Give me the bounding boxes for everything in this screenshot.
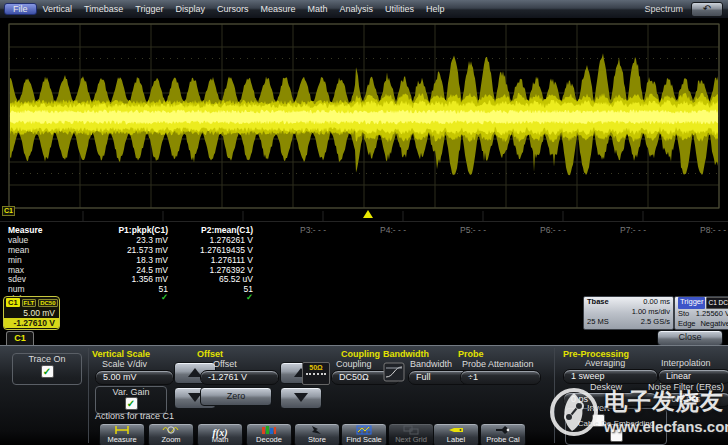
noise-filter-select[interactable]: +0.5 bits (658, 392, 728, 407)
menu-math[interactable]: Math (301, 3, 333, 15)
measure-cell: 65.52 uV (163, 274, 253, 284)
measure-cell: 1.27619435 V (163, 245, 253, 255)
p6-header[interactable]: P6:- - - (540, 225, 566, 235)
deskew-label: Deskew (590, 382, 622, 392)
scale-vdiv-label: Scale V/div (102, 359, 147, 369)
coupling-label: Coupling (336, 359, 372, 369)
measure-cell: 1.276261 V (163, 235, 253, 245)
p5-header[interactable]: P5:- - - (460, 225, 486, 235)
menu-file[interactable]: File (4, 3, 37, 15)
menu-cursors[interactable]: Cursors (211, 3, 255, 15)
trigger-level: 1.25560 V (696, 309, 728, 319)
measure-title: Measure (8, 225, 43, 235)
p1-header[interactable]: P1:pkpk(C1) (78, 225, 168, 235)
tbase-rate: 2.5 GS/s (641, 317, 670, 327)
offset-label: Offset (213, 359, 237, 369)
deskew-field[interactable]: 0 ps (563, 392, 658, 407)
menu-help[interactable]: Help (420, 3, 451, 15)
channel-ground-indicator[interactable]: C1 (2, 206, 15, 216)
find-scale-button[interactable]: Find Scale (341, 423, 387, 445)
menu-measure[interactable]: Measure (254, 3, 301, 15)
trigger-slope: Negative (700, 319, 728, 329)
probe-cal-button[interactable]: Probe Cal (480, 423, 526, 445)
status-check-p2: ✓ (163, 292, 253, 302)
tbase-delay: 0.00 ms (643, 297, 670, 307)
zoom-button[interactable]: Zoom (148, 423, 194, 445)
find-scale-button-label: Find Scale (342, 436, 386, 444)
menu-timebase[interactable]: Timebase (78, 3, 129, 15)
offset-down-button[interactable] (280, 387, 322, 409)
trace-on-label: Trace On (13, 354, 81, 364)
status-check-p1: ✓ (78, 292, 168, 302)
bandwidth-label: Bandwidth (410, 359, 452, 369)
noise-filter-label: Noise Filter (ERes) (648, 382, 724, 392)
tbase-samples: 25 MS (587, 317, 609, 327)
var-gain-checkbox[interactable]: ✓ (125, 397, 138, 410)
bandwidth-header: Bandwidth (383, 349, 429, 359)
menu-trigger[interactable]: Trigger (129, 3, 169, 15)
c1-scale-value: 5.00 mV (4, 308, 59, 318)
measure-row-label: min (8, 255, 22, 265)
tab-c1[interactable]: C1 (6, 331, 34, 346)
cable-deembedding-group: Cable De-Embedding (565, 408, 667, 445)
trigger-position-marker[interactable] (363, 210, 373, 218)
p3-header[interactable]: P3:- - - (300, 225, 326, 235)
p7-header[interactable]: P7:- - - (620, 225, 646, 235)
measure-button-label: Measure (100, 436, 144, 444)
coupling-header: Coupling (341, 349, 380, 359)
offset-field[interactable]: -1.2761 V (200, 370, 279, 385)
menu-utilities[interactable]: Utilities (379, 3, 420, 15)
c1-offset-value: -1.27610 V (4, 318, 59, 328)
measure-cell: 18.3 mV (78, 255, 168, 265)
undo-icon: ↶ (703, 3, 711, 14)
p2-header[interactable]: P2:mean(C1) (163, 225, 253, 235)
var-gain-label: Var. Gain (96, 387, 166, 397)
trigger-label: Trigger (678, 297, 705, 309)
p8-header[interactable]: P8:- - - (700, 225, 726, 235)
actions-label: Actions for trace C1 (95, 411, 174, 421)
probe-cal-button-label: Probe Cal (481, 436, 525, 444)
store-button[interactable]: Store (294, 423, 340, 445)
label-button[interactable]: Label (433, 423, 479, 445)
trigger-status-box[interactable]: TriggerC1 DC Sto1.25560 V EdgeNegative (674, 296, 728, 330)
menu-vertical[interactable]: Vertical (37, 3, 79, 15)
measure-row-label: mean (8, 245, 29, 255)
scale-vdiv-field[interactable]: 5.00 mV (95, 370, 174, 385)
menu-analysis[interactable]: Analysis (333, 3, 379, 15)
probe-header: Probe (458, 349, 484, 359)
interpolation-label: Interpolation (661, 358, 711, 368)
c1-descriptor-box[interactable]: C1 FLT DC50 5.00 mV -1.27610 V (3, 296, 60, 330)
section-divider (88, 348, 89, 443)
p4-header[interactable]: P4:- - - (380, 225, 406, 235)
measure-row-label: value (8, 235, 28, 245)
decode-button[interactable]: Decode (246, 423, 292, 445)
tbase-per-div: 1.00 ms/div (632, 307, 670, 317)
label-button-label: Label (434, 436, 478, 444)
trace-on-checkbox[interactable]: ✓ (41, 365, 54, 378)
vertical-scale-header: Vertical Scale (92, 349, 150, 359)
trigger-type: Edge (678, 319, 696, 329)
timebase-status-box[interactable]: Tbase0.00 ms 1.00 ms/div 25 MS2.5 GS/s (583, 296, 674, 330)
measure-cell: 21.573 mV (78, 245, 168, 255)
probe-attenuation-field[interactable]: ÷1 (460, 370, 541, 385)
bandwidth-icon (383, 362, 405, 386)
channel-setup-dialog: Trace On ✓ Vertical Scale Scale V/div 5.… (0, 345, 728, 445)
coupling-50ohm-icon: 50Ω (302, 362, 330, 385)
coupling-tag: DC50 (38, 299, 57, 307)
next-grid-button[interactable]: Next Grid (388, 423, 434, 445)
measure-cell: 1.356 mV (78, 274, 168, 284)
math-button[interactable]: f(x) Math (197, 423, 243, 445)
oscilloscope-app: File Vertical Timebase Trigger Display C… (0, 0, 728, 445)
close-button[interactable]: Close (657, 330, 723, 346)
offset-header: Offset (197, 349, 223, 359)
menu-display[interactable]: Display (169, 3, 211, 15)
probe-attenuation-label: Probe Attenuation (462, 359, 534, 369)
measure-button[interactable]: Measure (99, 423, 145, 445)
cable-deembedding-checkbox[interactable] (610, 429, 623, 442)
zero-button[interactable]: Zero (200, 387, 272, 406)
averaging-label: Averaging (585, 358, 625, 368)
undo-button[interactable]: ↶ (691, 2, 723, 17)
math-button-label: Math (198, 436, 242, 444)
var-gain-group: Var. Gain ✓ (95, 386, 167, 414)
decode-button-label: Decode (247, 436, 291, 444)
